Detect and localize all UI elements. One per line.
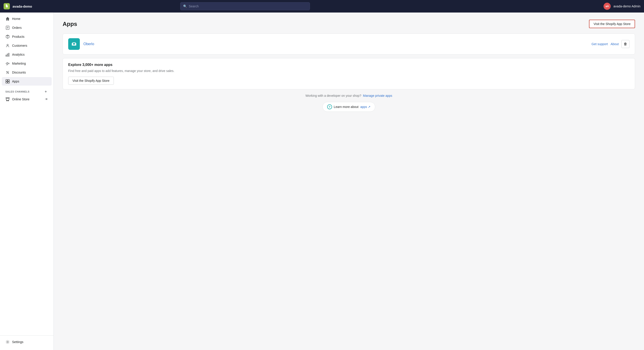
- svg-rect-8: [7, 54, 8, 56]
- avatar[interactable]: aA: [604, 3, 611, 10]
- sidebar-item-customers[interactable]: Customers: [2, 41, 52, 50]
- sidebar-item-online-store[interactable]: Online Store 👁: [2, 95, 52, 103]
- svg-rect-7: [6, 55, 6, 56]
- sidebar-item-marketing[interactable]: Marketing: [2, 59, 52, 68]
- sidebar-item-analytics[interactable]: Analytics: [2, 50, 52, 59]
- learn-more-section: ? Learn more about apps ↗: [62, 102, 635, 112]
- svg-rect-9: [8, 53, 9, 56]
- add-sales-channel-button[interactable]: +: [44, 89, 48, 94]
- svg-point-12: [6, 71, 8, 72]
- apps-icon: [5, 79, 10, 84]
- delete-app-button[interactable]: 🗑: [622, 40, 630, 48]
- main-content: Apps Visit the Shopify App Store Oberlo …: [54, 12, 644, 350]
- sidebar-item-products[interactable]: Products: [2, 32, 52, 41]
- get-support-link[interactable]: Get support: [592, 42, 608, 46]
- search-bar[interactable]: 🔍: [180, 2, 310, 10]
- user-name: avada-demo Admin: [613, 4, 640, 8]
- apps-learn-more-link[interactable]: apps ↗: [360, 105, 370, 109]
- svg-rect-17: [6, 82, 8, 83]
- svg-rect-15: [6, 79, 8, 81]
- svg-rect-24: [72, 42, 76, 43]
- svg-point-6: [7, 44, 8, 46]
- sidebar-item-settings[interactable]: Settings: [2, 338, 52, 346]
- shopify-logo: [4, 3, 10, 9]
- oberlo-app-actions: Get support About 🗑: [592, 40, 630, 48]
- customers-icon: [5, 43, 10, 48]
- svg-point-19: [7, 101, 7, 101]
- sidebar-item-home[interactable]: Home: [2, 14, 52, 23]
- top-nav: avada-demo 🔍 aA avada-demo Admin: [0, 0, 644, 12]
- manage-private-apps-link[interactable]: Manage private apps: [363, 94, 392, 97]
- svg-rect-18: [8, 82, 10, 83]
- learn-more-pill[interactable]: ? Learn more about apps ↗: [322, 102, 376, 112]
- svg-point-21: [7, 341, 8, 343]
- explore-title: Explore 3,000+ more apps: [68, 63, 630, 67]
- explore-description: Find free and paid apps to add features,…: [68, 69, 630, 73]
- page-header: Apps Visit the Shopify App Store: [62, 20, 635, 28]
- sidebar: Home Orders Products: [0, 12, 54, 350]
- question-icon: ?: [327, 104, 332, 109]
- oberlo-app-card: Oberlo Get support About 🗑: [62, 33, 635, 54]
- sales-channels-section: SALES CHANNELS +: [0, 86, 54, 95]
- home-icon: [5, 16, 10, 21]
- brand-name: avada-demo: [12, 4, 32, 8]
- search-input[interactable]: [189, 4, 307, 8]
- svg-point-23: [73, 43, 75, 45]
- svg-rect-10: [8, 63, 9, 64]
- products-icon: [5, 34, 10, 39]
- explore-apps-card: Explore 3,000+ more apps Find free and p…: [62, 58, 635, 89]
- sidebar-item-discounts[interactable]: Discounts: [2, 68, 52, 77]
- eye-icon[interactable]: 👁: [45, 97, 48, 101]
- oberlo-app-name[interactable]: Oberlo: [84, 42, 588, 46]
- analytics-icon: [5, 52, 10, 57]
- discounts-icon: [5, 70, 10, 75]
- settings-icon: [5, 340, 10, 344]
- marketing-icon: [5, 61, 10, 66]
- sidebar-item-orders[interactable]: Orders: [2, 23, 52, 32]
- svg-rect-16: [8, 79, 10, 81]
- page-title: Apps: [62, 20, 77, 27]
- about-link[interactable]: About: [610, 42, 619, 46]
- svg-point-20: [8, 101, 8, 101]
- search-icon: 🔍: [183, 4, 187, 8]
- orders-icon: [5, 25, 10, 30]
- visit-shopify-store-explore-button[interactable]: Visit the Shopify App Store: [68, 77, 114, 85]
- sidebar-item-apps[interactable]: Apps: [2, 77, 52, 86]
- online-store-icon: [5, 97, 10, 101]
- footer-developer-text: Working with a developer on your shop? M…: [62, 94, 635, 97]
- svg-point-13: [8, 73, 9, 73]
- visit-shopify-store-header-button[interactable]: Visit the Shopify App Store: [589, 20, 635, 28]
- oberlo-app-icon: [68, 38, 80, 50]
- trash-icon: 🗑: [624, 42, 627, 46]
